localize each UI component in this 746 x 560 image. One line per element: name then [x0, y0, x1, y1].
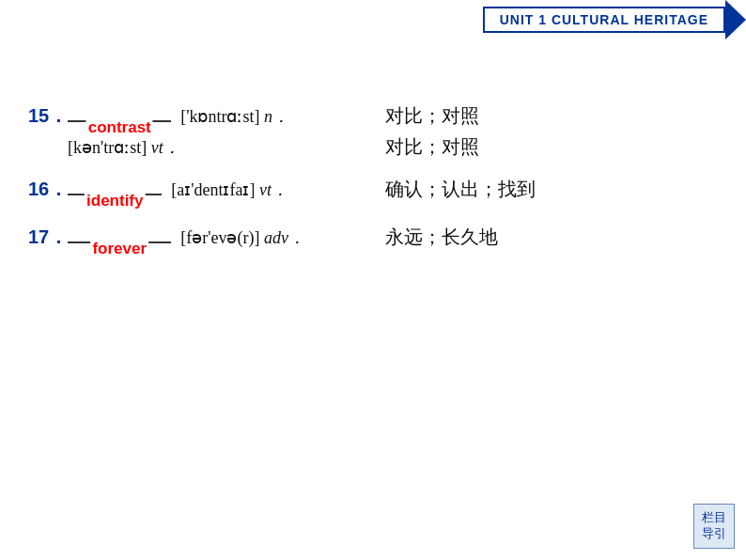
entry-15-phonetic1: ['kɒntrɑːst]	[180, 106, 259, 127]
entry-16-left: 16． identify [aɪ'dentɪfaɪ] vt．	[28, 177, 385, 208]
entry-15-number: 15．	[28, 103, 68, 129]
entry-17-number: 17．	[28, 225, 68, 250]
entry-16-pos1: vt．	[255, 179, 288, 201]
entry-17-meaning1: 永远；长久地	[385, 225, 718, 250]
entry-17-left: 17． forever [fər'evə(r)] adv．	[28, 225, 385, 256]
nav-button[interactable]: 栏目 导引	[693, 504, 735, 549]
entry-15-pos1: n．	[259, 105, 289, 128]
entry-15-left: 15． contrast ['kɒntrɑːst] n．	[28, 103, 385, 134]
entry-15-main-row: 15． contrast ['kɒntrɑːst] n． 对比；对照	[28, 103, 718, 134]
header: UNIT 1 CULTURAL HERITAGE	[483, 0, 746, 39]
entry-17-fill-word: forever	[90, 240, 148, 258]
entry-15-phonetic2: [kən'trɑːst]	[68, 137, 147, 158]
entry-16-fill-word: identify	[85, 192, 145, 210]
entry-15-secondary-row: [kən'trɑːst] vt． 对比；对照	[28, 134, 718, 160]
entry-16: 16． identify [aɪ'dentɪfaɪ] vt． 确认；认出；找到	[28, 177, 718, 208]
entry-17: 17． forever [fər'evə(r)] adv． 永远；长久地	[28, 225, 718, 256]
entry-17-blank: forever	[68, 241, 171, 243]
arrow-icon	[725, 0, 746, 39]
entry-16-meaning1: 确认；认出；找到	[385, 177, 718, 202]
entry-15-secondary: [kən'trɑːst] vt．	[28, 136, 385, 159]
entry-17-pos1: adv．	[259, 226, 305, 249]
entry-16-blank: identify	[68, 194, 162, 195]
entry-16-primary: 16． identify [aɪ'dentɪfaɪ] vt．	[28, 177, 385, 202]
nav-button-line2: 导引	[702, 526, 726, 542]
entry-17-primary: 17． forever [fər'evə(r)] adv．	[28, 225, 385, 250]
nav-button-line1: 栏目	[702, 510, 726, 526]
entry-15-fill-word: contrast	[86, 118, 153, 137]
entry-17-phonetic1: [fər'evə(r)]	[180, 227, 259, 248]
entry-17-main-row: 17． forever [fər'evə(r)] adv． 永远；长久地	[28, 225, 718, 256]
entry-16-main-row: 16． identify [aɪ'dentɪfaɪ] vt． 确认；认出；找到	[28, 177, 718, 208]
entry-15-secondary-left: [kən'trɑːst] vt．	[28, 136, 385, 159]
main-content: 15． contrast ['kɒntrɑːst] n． 对比；对照 [kən'…	[28, 103, 718, 272]
unit-badge: UNIT 1 CULTURAL HERITAGE	[483, 7, 725, 33]
entry-15-meaning1: 对比；对照	[385, 103, 718, 129]
entry-15-primary: 15． contrast ['kɒntrɑːst] n．	[28, 103, 385, 129]
entry-15: 15． contrast ['kɒntrɑːst] n． 对比；对照 [kən'…	[28, 103, 718, 160]
entry-16-phonetic1: [aɪ'dentɪfaɪ]	[171, 179, 255, 200]
entry-16-number: 16．	[28, 177, 68, 202]
entry-15-meaning2: 对比；对照	[385, 134, 718, 160]
entry-15-blank: contrast	[68, 120, 171, 122]
entry-15-pos2: vt．	[147, 136, 180, 159]
